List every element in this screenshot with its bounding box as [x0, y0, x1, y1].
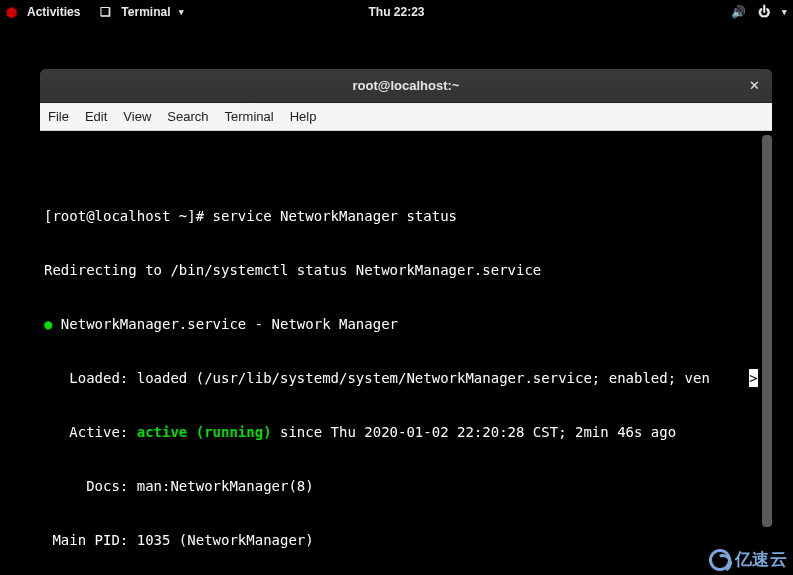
clock[interactable]: Thu 22:23 [368, 5, 424, 19]
watermark-text: 亿速云 [735, 548, 788, 571]
close-button[interactable]: ✕ [744, 75, 764, 95]
docs-line: Docs: man:NetworkManager(8) [44, 477, 768, 495]
topbar-left: ⬢ Activities ❏ Terminal ▾ [6, 5, 184, 20]
terminal-app-icon[interactable]: ❏ [100, 5, 111, 19]
volume-icon[interactable]: 🔊 [731, 5, 746, 19]
menu-file[interactable]: File [48, 109, 69, 124]
prompt-line: [root@localhost ~]# service NetworkManag… [44, 207, 768, 225]
menu-edit[interactable]: Edit [85, 109, 107, 124]
menu-search[interactable]: Search [167, 109, 208, 124]
power-icon[interactable]: ⏻ [758, 5, 770, 19]
unit-line: ● NetworkManager.service - Network Manag… [44, 315, 768, 333]
window-titlebar[interactable]: root@localhost:~ ✕ [40, 69, 772, 103]
gnome-topbar: ⬢ Activities ❏ Terminal ▾ Thu 22:23 🔊 ⏻ … [0, 0, 793, 24]
menubar: File Edit View Search Terminal Help [40, 103, 772, 131]
menu-help[interactable]: Help [290, 109, 317, 124]
app-label[interactable]: Terminal [121, 5, 170, 19]
redhat-icon: ⬢ [6, 5, 17, 20]
topbar-right: 🔊 ⏻ ▾ [731, 5, 787, 19]
menu-terminal[interactable]: Terminal [225, 109, 274, 124]
window-title: root@localhost:~ [353, 78, 460, 93]
watermark: 亿速云 [709, 548, 788, 571]
loaded-line: Loaded: loaded (/usr/lib/systemd/system/… [44, 369, 768, 387]
terminal-body[interactable]: [root@localhost ~]# service NetworkManag… [40, 131, 772, 559]
scrollbar[interactable] [762, 135, 772, 527]
menu-view[interactable]: View [123, 109, 151, 124]
system-menu-arrow-icon[interactable]: ▾ [782, 7, 787, 17]
mainpid-line: Main PID: 1035 (NetworkManager) [44, 531, 768, 549]
active-line: Active: active (running) since Thu 2020-… [44, 423, 768, 441]
activities-button[interactable]: Activities [27, 5, 80, 19]
redirect-line: Redirecting to /bin/systemctl status Net… [44, 261, 768, 279]
terminal-window: root@localhost:~ ✕ File Edit View Search… [40, 69, 772, 559]
app-menu-arrow-icon[interactable]: ▾ [179, 7, 184, 17]
overflow-marker: > [749, 369, 758, 387]
watermark-logo-icon [709, 549, 731, 571]
